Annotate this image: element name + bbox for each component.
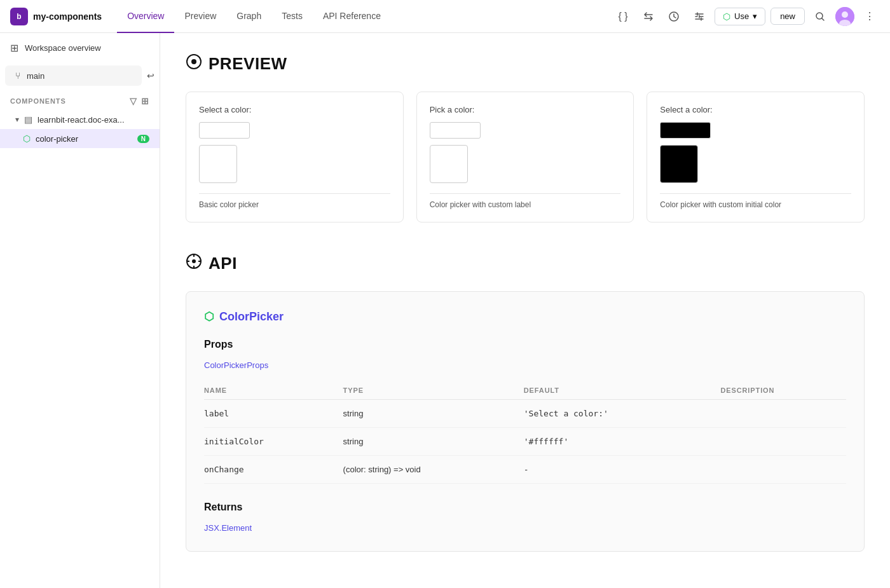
props-title: Props (204, 339, 846, 350)
tab-api-reference[interactable]: API Reference (313, 0, 391, 33)
api-heading: API (186, 253, 865, 273)
preview-card-custom-color: Select a color: Color picker with custom… (647, 92, 865, 222)
prop-label-type: string (343, 400, 524, 428)
card1-footer: Basic color picker (199, 193, 390, 209)
new-badge: N (137, 135, 149, 143)
grid-icon: ⊞ (10, 42, 18, 54)
sliders-button[interactable] (689, 6, 709, 27)
use-button-label: Use (734, 11, 749, 21)
prop-row-label: label string 'Select a color:' (204, 400, 846, 428)
preview-title: PREVIEW (209, 54, 287, 74)
prop-onchange-default: - (524, 456, 721, 484)
branch-icon: ⑂ (15, 71, 20, 81)
search-button[interactable] (810, 6, 830, 27)
api-section: API ⬡ ColorPicker Props ColorPickerProps… (186, 253, 865, 552)
sidebar-item-color-picker[interactable]: ⬡ color-picker N (0, 129, 160, 148)
component-name: ColorPicker (219, 310, 284, 324)
filter-icon[interactable]: ▽ (130, 96, 137, 106)
prop-initial-name[interactable]: initialColor (204, 428, 343, 456)
card1-swatch (199, 145, 237, 183)
prop-onchange-type: (color: string) => void (343, 456, 524, 484)
prop-initial-default: '#ffffff' (524, 428, 721, 456)
add-icon[interactable]: ⊞ (141, 96, 149, 106)
component-label: color-picker (36, 134, 132, 144)
nav-tabs: Overview Preview Graph Tests API Referen… (117, 0, 613, 33)
folder-item[interactable]: ▾ ▤ learnbit-react.doc-exa... (0, 110, 160, 129)
chevron-down-icon: ▾ (15, 115, 19, 124)
preview-card-basic: Select a color: Basic color picker (186, 92, 404, 222)
api-icon (186, 253, 202, 273)
more-button[interactable]: ⋮ (859, 6, 880, 27)
card1-label: Select a color: (199, 105, 390, 114)
card3-footer: Color picker with custom initial color (660, 193, 851, 209)
folder-label: learnbit-react.doc-exa... (38, 115, 125, 125)
svg-point-3 (842, 11, 848, 18)
returns-link[interactable]: JSX.Element (204, 523, 252, 533)
nav-actions: { } ⬡ Use ▾ new ⋮ (613, 6, 880, 27)
card2-color-input[interactable] (430, 122, 481, 139)
prop-onchange-desc (720, 456, 846, 484)
prop-label-desc (720, 400, 846, 428)
avatar[interactable] (835, 7, 854, 26)
component-icon: ⬡ (23, 133, 31, 144)
app-name: my-components (33, 11, 102, 22)
prop-label-name[interactable]: label (204, 400, 343, 428)
branch-label: main (27, 71, 44, 81)
col-default: DEFAULT (524, 381, 721, 400)
use-button[interactable]: ⬡ Use ▾ (715, 8, 765, 25)
eye-icon (186, 53, 202, 74)
prop-label-default: 'Select a color:' (524, 400, 721, 428)
folder-icon: ▤ (24, 114, 32, 125)
components-section-header: COMPONENTS ▽ ⊞ (0, 88, 160, 110)
card2-footer: Color picker with custom label (430, 193, 621, 209)
use-icon: ⬡ (723, 11, 730, 22)
svg-point-8 (192, 259, 196, 263)
new-button[interactable]: new (770, 8, 805, 25)
tab-graph[interactable]: Graph (226, 0, 271, 33)
card2-swatch (430, 145, 468, 183)
card3-swatch (660, 145, 698, 183)
sidebar-workspace-overview[interactable]: ⊞ Workspace overview (0, 33, 160, 63)
workspace-label: Workspace overview (25, 43, 101, 53)
content-area: PREVIEW Select a color: Basic color pick… (160, 33, 890, 588)
top-nav: b my-components Overview Preview Graph T… (0, 0, 890, 33)
back-icon[interactable]: ↩ (147, 71, 154, 81)
preview-cards: Select a color: Basic color picker Pick … (186, 92, 865, 222)
use-chevron-icon: ▾ (753, 11, 757, 21)
logo-icon: b (10, 8, 28, 25)
prop-row-on-change: onChange (color: string) => void - (204, 456, 846, 484)
api-component-name[interactable]: ⬡ ColorPicker (204, 310, 846, 324)
props-link[interactable]: ColorPickerProps (204, 360, 268, 370)
card3-label: Select a color: (660, 105, 851, 114)
card2-label: Pick a color: (430, 105, 621, 114)
swap-button[interactable] (638, 6, 659, 27)
col-description: DESCRIPTION (720, 381, 846, 400)
api-title: API (209, 254, 237, 273)
tab-overview[interactable]: Overview (117, 0, 174, 33)
components-label: COMPONENTS (10, 97, 66, 105)
col-name: NAME (204, 381, 343, 400)
svg-point-6 (191, 59, 196, 64)
preview-card-custom-label: Pick a color: Color picker with custom l… (416, 92, 634, 222)
prop-initial-desc (720, 428, 846, 456)
app-logo[interactable]: b my-components (10, 8, 102, 25)
card1-color-input[interactable] (199, 122, 250, 139)
props-table: NAME TYPE DEFAULT DESCRIPTION label stri… (204, 381, 846, 484)
component-gear-icon: ⬡ (204, 310, 214, 324)
section-actions: ▽ ⊞ (130, 96, 149, 106)
card3-color-input[interactable] (660, 122, 711, 139)
tab-tests[interactable]: Tests (271, 0, 313, 33)
prop-row-initial-color: initialColor string '#ffffff' (204, 428, 846, 456)
prop-onchange-name[interactable]: onChange (204, 456, 343, 484)
tab-preview[interactable]: Preview (174, 0, 226, 33)
history-button[interactable] (664, 6, 684, 27)
api-box: ⬡ ColorPicker Props ColorPickerProps NAM… (186, 291, 865, 552)
braces-button[interactable]: { } (613, 6, 633, 27)
col-type: TYPE (343, 381, 524, 400)
preview-heading: PREVIEW (186, 53, 865, 74)
prop-initial-type: string (343, 428, 524, 456)
sidebar-branch[interactable]: ⑂ main (5, 65, 142, 86)
sidebar: ⊞ Workspace overview ⑂ main ↩ COMPONENTS… (0, 33, 160, 588)
main-layout: ⊞ Workspace overview ⑂ main ↩ COMPONENTS… (0, 33, 890, 588)
returns-title: Returns (204, 502, 846, 513)
